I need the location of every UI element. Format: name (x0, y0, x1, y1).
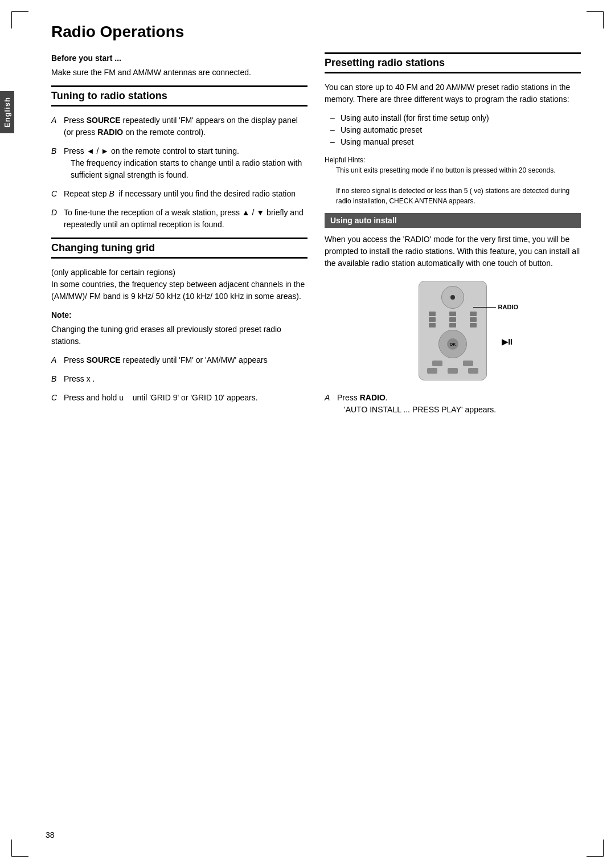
auto-install-item-a-content: Press RADIO. 'AUTO INSTALL ... PRESS PLA… (337, 392, 581, 416)
tuning-item-d-label: D (51, 207, 59, 231)
before-you-start-heading: Before you start ... (51, 52, 308, 64)
rbb-1 (432, 361, 442, 366)
note-section: Note: Changing the tuning grid erases al… (51, 309, 308, 347)
auto-install-text: When you access the 'RADIO' mode for the… (325, 234, 581, 269)
remote-play-label: ▶II (502, 337, 512, 346)
remote-radio-label: RADIO (473, 304, 518, 310)
remote-sensor-dot (450, 295, 455, 300)
tuning-item-a: A Press SOURCE repeatedly until 'FM' app… (51, 114, 308, 138)
dash-1: – (330, 112, 337, 124)
remote-bottom-area (422, 361, 483, 366)
dash-item-1: – Using auto install (for first time set… (330, 112, 581, 124)
hint-1: This unit exits presetting mode if no bu… (336, 165, 581, 175)
tuning-item-d-content: To fine-tune the reception of a weak sta… (64, 207, 308, 231)
changing-item-c-content: Press and hold u until 'GRID 9' or 'GRID… (64, 392, 308, 404)
right-column: Presetting radio stations You can store … (325, 52, 581, 423)
source-bold-2: SOURCE (87, 355, 121, 365)
remote-top-sensor (441, 286, 464, 309)
rb-3 (470, 312, 477, 316)
hint-2: If no stereo signal is detected or less … (336, 186, 581, 206)
changing-tuning-intro: (only applicable for certain regions) In… (51, 267, 308, 302)
dash-list: – Using auto install (for first time set… (330, 112, 581, 148)
tuning-item-a-label: A (51, 114, 59, 138)
changing-item-a-label: A (51, 354, 59, 366)
note-text: Changing the tuning grid erases all prev… (51, 324, 308, 347)
tuning-item-d: D To fine-tune the reception of a weak s… (51, 207, 308, 231)
tuning-item-c-label: C (51, 188, 59, 200)
changing-item-a-content: Press SOURCE repeatedly until 'FM' or 'A… (64, 354, 308, 366)
remote-button-rows (422, 312, 483, 327)
tuning-item-b: B Press ◄ / ► on the remote control to s… (51, 145, 308, 181)
dash-item-1-text: Using auto install (for first time setup… (341, 112, 489, 124)
rb-7 (429, 323, 436, 327)
dash-item-2: – Using automatic preset (330, 124, 581, 136)
page-container: Radio Operations Before you start ... Ma… (0, 0, 615, 868)
remote-control: OK (419, 281, 487, 380)
dash-item-3: – Using manual preset (330, 136, 581, 148)
step-b-ref: B (109, 189, 114, 198)
changing-item-c: C Press and hold u until 'GRID 9' or 'GR… (51, 392, 308, 404)
rbb-2 (463, 361, 473, 366)
page-number: 38 (46, 830, 55, 840)
remote-bottom-area-2 (422, 368, 483, 374)
helpful-hints: Helpful Hints: This unit exits presettin… (325, 155, 581, 206)
dash-item-3-text: Using manual preset (341, 136, 413, 148)
rbb-4 (448, 368, 458, 374)
presetting-heading: Presetting radio stations (325, 52, 581, 73)
before-you-start-section: Before you start ... Make sure the FM an… (51, 52, 308, 79)
tuning-item-c: C Repeat step B if necessary until you f… (51, 188, 308, 200)
tuning-item-b-content: Press ◄ / ► on the remote control to sta… (64, 145, 308, 181)
source-bold-1: SOURCE (87, 116, 121, 125)
tuning-section-heading: Tuning to radio stations (51, 85, 308, 107)
rbb-5 (468, 368, 478, 374)
note-heading: Note: (51, 309, 308, 321)
changing-item-b-label: B (51, 373, 59, 385)
auto-install-item-a: A Press RADIO. 'AUTO INSTALL ... PRESS P… (325, 392, 581, 416)
auto-install-box: Using auto install (325, 213, 581, 228)
rb-5 (449, 317, 456, 322)
radio-bold: RADIO (97, 128, 123, 137)
changing-item-a: A Press SOURCE repeatedly until 'FM' or … (51, 354, 308, 366)
tuning-item-a-content: Press SOURCE repeatedly until 'FM' appea… (64, 114, 308, 138)
helpful-hints-title: Helpful Hints: (325, 155, 581, 165)
tuning-item-c-content: Repeat step B if necessary until you fin… (64, 188, 308, 200)
two-column-layout: Before you start ... Make sure the FM an… (51, 52, 581, 423)
dash-3: – (330, 136, 337, 148)
rb-6 (470, 317, 477, 322)
changing-item-c-label: C (51, 392, 59, 404)
changing-tuning-heading: Changing tuning grid (51, 238, 308, 259)
rb-1 (429, 312, 436, 316)
remote-nav-circle: OK (438, 330, 467, 358)
remote-nav-ok: OK (447, 338, 458, 350)
auto-install-item-a-label: A (325, 392, 333, 416)
rb-4 (429, 317, 436, 322)
page-title: Radio Operations (51, 23, 581, 41)
remote-wrapper: OK RADIO (419, 281, 487, 380)
left-column: Before you start ... Make sure the FM an… (51, 52, 308, 423)
auto-install-sub: 'AUTO INSTALL ... PRESS PLAY' appears. (344, 404, 496, 416)
before-you-start-text: Make sure the FM and AM/MW antennas are … (51, 67, 308, 79)
remote-row-3 (422, 323, 483, 327)
remote-illustration: OK RADIO (325, 281, 581, 380)
changing-item-b: B Press x . (51, 373, 308, 385)
rb-8 (449, 323, 456, 327)
dash-item-2-text: Using automatic preset (341, 124, 422, 136)
remote-row-2 (422, 317, 483, 322)
changing-item-b-content: Press x . (64, 373, 308, 385)
rbb-3 (427, 368, 437, 374)
presetting-intro: You can store up to 40 FM and 20 AM/MW p… (325, 81, 581, 105)
remote-row-1 (422, 312, 483, 316)
rb-2 (449, 312, 456, 316)
tuning-item-b-label: B (51, 145, 59, 181)
dash-2: – (330, 124, 337, 136)
rb-9 (470, 323, 477, 327)
radio-bold-2: RADIO (360, 393, 386, 402)
tuning-item-b-sub: The frequency indication starts to chang… (71, 157, 308, 181)
